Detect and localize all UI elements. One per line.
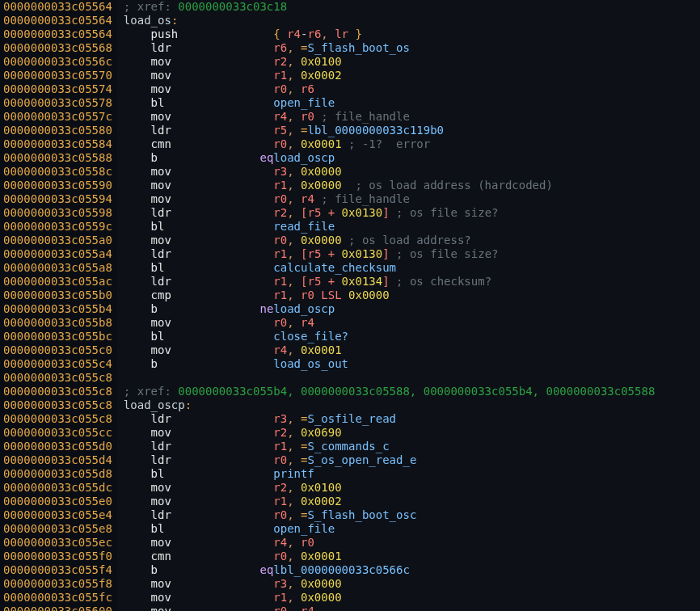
- asm-line: mov r1, 0x0000: [124, 591, 694, 605]
- gutter-addr: 0000000033c05564: [0, 27, 117, 41]
- gutter-addr: 0000000033c05574: [0, 82, 117, 96]
- mnemonic: ldr: [151, 275, 274, 288]
- indent: [124, 343, 151, 356]
- comment: ; file_handle: [314, 192, 410, 205]
- asm-line: mov r1, 0x0002: [124, 495, 694, 508]
- indent: [124, 563, 151, 576]
- indent: [124, 440, 151, 453]
- symbol: load_oscp: [273, 302, 335, 315]
- reg: r4: [273, 536, 287, 549]
- comma: ,: [287, 316, 301, 329]
- indent: [124, 426, 151, 439]
- gutter-addr: 0000000033c055f4: [0, 563, 117, 577]
- mnemonic: mov: [151, 69, 274, 82]
- mnemonic: mov: [151, 55, 274, 68]
- comment: ; os load address (hardcoded): [342, 179, 553, 192]
- asm-line: b eqlbl_0000000033c0566c: [124, 563, 694, 577]
- gutter-addr: 0000000033c055c8: [0, 385, 117, 398]
- comma: ,: [287, 289, 301, 301]
- indent: [124, 206, 151, 219]
- comma: ,: [287, 591, 301, 604]
- gutter-addr: 0000000033c055e8: [0, 522, 117, 536]
- gutter-addr: 0000000033c05594: [0, 192, 117, 206]
- reg: r0: [273, 82, 287, 95]
- symbol: S_flash_boot_os: [307, 41, 409, 54]
- comma: ,: [287, 536, 301, 549]
- mnemonic: ldr: [151, 41, 274, 54]
- indent: [124, 165, 151, 178]
- mnemonic: ldr: [151, 412, 274, 425]
- comma: ,: [287, 495, 301, 508]
- comma: ,: [287, 82, 301, 95]
- imm: 0x0000: [301, 179, 342, 192]
- reg: r0: [273, 605, 287, 611]
- asm-line: ldr r3, =S_osfile_read: [124, 412, 694, 426]
- asm-line: mov r0, r4 ; file_handle: [124, 192, 694, 206]
- gutter-addr: 0000000033c055b8: [0, 316, 117, 330]
- asm-line: mov r0, r4: [124, 605, 694, 611]
- asm-line: mov r4, r0 ; file_handle: [124, 110, 694, 124]
- imm: 0x0000: [301, 234, 342, 247]
- indent: [124, 192, 151, 205]
- mnemonic: cmp: [151, 289, 274, 301]
- comma: ,: [287, 124, 301, 137]
- pad: [158, 563, 259, 576]
- indent: [124, 289, 151, 301]
- gutter-addr: 0000000033c05598: [0, 206, 117, 220]
- reg: r0: [273, 234, 287, 247]
- asm-line: ldr r2, [r5 + 0x0130] ; os file size?: [124, 206, 694, 220]
- mnemonic: b: [151, 302, 158, 315]
- indent: [124, 536, 151, 549]
- indent: [124, 179, 151, 192]
- indent: [124, 82, 151, 95]
- symbol: read_file: [273, 220, 335, 233]
- reg: r1: [273, 69, 287, 82]
- asm-line: b eqload_oscp: [124, 151, 694, 165]
- gutter-addr: 0000000033c055fc: [0, 591, 117, 605]
- bracket: ]: [382, 247, 389, 260]
- comma: ,: [287, 275, 301, 288]
- indent: [124, 453, 151, 466]
- gutter-addr: 0000000033c055b0: [0, 289, 117, 302]
- plus: +: [321, 275, 341, 288]
- gutter-addr: 0000000033c0557c: [0, 110, 117, 124]
- asm-line: ldr r0, =S_flash_boot_osc: [124, 508, 694, 522]
- reg: r1: [273, 591, 287, 604]
- comma: ,: [287, 426, 301, 439]
- symbol: calculate_checksum: [273, 261, 396, 274]
- indent: [124, 522, 151, 535]
- gutter-addr: 0000000033c055d0: [0, 440, 117, 453]
- indent: [124, 220, 151, 233]
- reg: r5: [273, 124, 287, 137]
- asm-line: mov r3, 0x0000: [124, 165, 694, 179]
- mnemonic: b: [151, 151, 158, 164]
- reg: r2: [273, 426, 287, 439]
- indent: [124, 591, 151, 604]
- symbol: load_oscp: [273, 151, 335, 164]
- asm-line: mov r4, 0x0001: [124, 343, 694, 357]
- indent: [124, 137, 151, 150]
- gutter-addr: 0000000033c05568: [0, 41, 117, 55]
- comma: ,: [287, 165, 301, 178]
- mnemonic: b: [151, 357, 274, 370]
- asm-line: ldr r1, [r5 + 0x0134] ; os checksum?: [124, 275, 694, 289]
- asm-line: load_oscp:: [124, 398, 694, 412]
- gutter-addr: 0000000033c055a4: [0, 247, 117, 261]
- brace-open: {: [273, 27, 287, 40]
- indent: [124, 330, 151, 343]
- address-gutter: 0000000033c055640000000033c0556400000000…: [0, 0, 117, 611]
- reg: r1: [273, 275, 287, 288]
- label: load_oscp: [124, 398, 185, 411]
- mnemonic: ldr: [151, 453, 274, 466]
- asm-line: ; xref: 0000000033c055b4, 0000000033c055…: [124, 385, 694, 398]
- imm: 0x0000: [301, 165, 342, 178]
- comment: ; -1? error: [342, 137, 431, 150]
- comma: ,: [287, 550, 301, 563]
- indent: [124, 412, 151, 425]
- reg: r6: [273, 41, 287, 54]
- mnemonic: b: [151, 563, 158, 576]
- asm-line: ldr r1, =S_commands_c: [124, 440, 694, 453]
- reg: r2: [273, 481, 287, 494]
- indent: [124, 41, 151, 54]
- asm-line: ; xref: 0000000033c03c18: [124, 0, 694, 14]
